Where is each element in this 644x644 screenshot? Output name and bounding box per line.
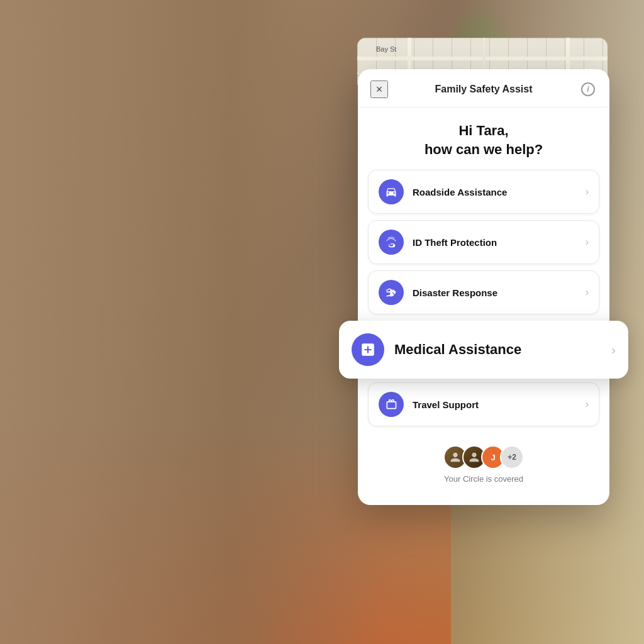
circle-section: J +2 Your Circle is covered [358, 436, 609, 492]
medical-chevron: › [611, 343, 616, 357]
circle-label: Your Circle is covered [444, 474, 523, 484]
travel-label: Travel Support [413, 399, 586, 410]
disaster-chevron: › [586, 287, 589, 298]
medical-icon [352, 333, 384, 366]
roadside-icon [379, 179, 404, 204]
avatars-row: J +2 [443, 445, 524, 469]
card-title: Family Safety Assist [435, 84, 532, 95]
info-icon: i [581, 82, 595, 96]
fingerprint-icon [379, 230, 404, 255]
greeting-section: Hi Tara, how can we help? [358, 108, 609, 170]
greeting-text: Hi Tara, how can we help? [370, 121, 597, 158]
avatar-plus: +2 [500, 445, 524, 469]
info-button[interactable]: i [579, 80, 597, 98]
menu-item-roadside[interactable]: Roadside Assistance › [368, 170, 599, 214]
menu-item-disaster[interactable]: Disaster Response › [368, 270, 599, 314]
card-header: × Family Safety Assist i [358, 69, 609, 108]
roadside-label: Roadside Assistance [413, 187, 586, 197]
menu-item-travel[interactable]: Travel Support › [368, 382, 599, 426]
featured-slot: Medical Assistance › [368, 321, 599, 376]
medical-label: Medical Assistance [394, 341, 611, 358]
featured-wrapper: Medical Assistance › [339, 321, 628, 379]
close-button[interactable]: × [370, 80, 388, 98]
briefcase-icon [379, 392, 404, 417]
menu-item-id-theft[interactable]: ID Theft Protection › [368, 220, 599, 264]
map-street-label: Bay St [376, 45, 396, 53]
helicopter-icon [379, 280, 404, 305]
menu-item-medical[interactable]: Medical Assistance › [339, 321, 628, 379]
travel-chevron: › [586, 399, 589, 410]
id-theft-label: ID Theft Protection [413, 237, 586, 248]
greeting-line2: how can we help? [425, 142, 543, 157]
id-theft-chevron: › [586, 236, 589, 248]
menu-list: Roadside Assistance › ID Theft Protectio… [358, 170, 609, 426]
main-card: × Family Safety Assist i Hi Tara, how ca… [358, 69, 609, 505]
roadside-chevron: › [586, 186, 589, 197]
greeting-line1: Hi Tara, [458, 123, 508, 138]
disaster-label: Disaster Response [413, 287, 586, 298]
